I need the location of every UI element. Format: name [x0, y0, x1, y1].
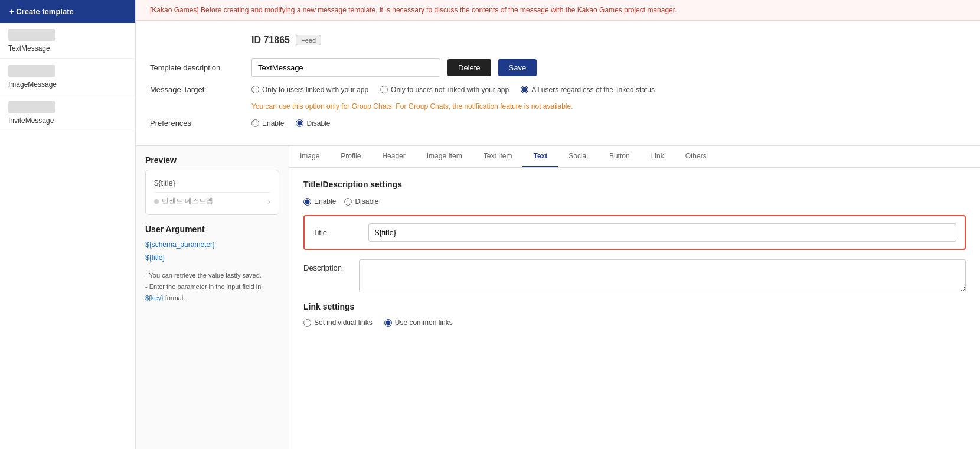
template-description-label: Template description [150, 63, 244, 72]
title-input[interactable] [368, 223, 956, 242]
pref-disable-input[interactable] [296, 119, 303, 127]
template-id-section: ID 71865 Feed [251, 30, 321, 50]
id-row: ID 71865 Feed [150, 30, 966, 50]
right-panel: Image Profile Header Image Item Text Ite… [289, 146, 980, 449]
tab-header[interactable]: Header [371, 146, 416, 167]
preview-section: Preview ${title} 텐센트 데스트맵 › [145, 155, 279, 215]
radio-not-linked-label: Only to users not linked with your app [391, 86, 509, 94]
sidebar-item-label: TextMessage [8, 44, 127, 53]
user-argument-title: User Argument [145, 224, 279, 234]
template-form: ID 71865 Feed Template description Delet… [136, 21, 980, 146]
link-radio-group: Set individual links Use common links [303, 318, 966, 327]
preview-card: ${title} 텐센트 데스트맵 › [145, 170, 279, 215]
create-template-button[interactable]: + Create template [0, 0, 135, 23]
radio-not-linked[interactable]: Only to users not linked with your app [380, 86, 509, 94]
description-label: Description [303, 259, 351, 272]
disable-radio-input[interactable] [344, 198, 352, 206]
pref-disable[interactable]: Disable [296, 119, 330, 128]
pref-disable-label: Disable [306, 119, 330, 128]
sidebar-item-invitemessage[interactable]: InviteMessage [0, 95, 135, 131]
title-field-box: Title [303, 215, 966, 250]
tab-text-item[interactable]: Text Item [473, 146, 523, 167]
notice-banner: [Kakao Games] Before creating and modify… [136, 0, 980, 21]
user-arg-var-1: ${schema_parameter} [145, 239, 279, 252]
common-links-radio[interactable]: Use common links [384, 318, 453, 327]
sidebar-item-imagemessage[interactable]: ImageMessage [0, 59, 135, 95]
user-arg-note-2: - Enter the parameter in the input field… [145, 281, 279, 303]
template-id: ID 71865 [251, 35, 290, 45]
tab-image-item[interactable]: Image Item [416, 146, 473, 167]
user-arg-notes: - You can retrieve the value lastly save… [145, 270, 279, 303]
enable-radio-label: Enable [314, 197, 336, 206]
sidebar-item-image-placeholder [8, 65, 55, 77]
user-argument-section: User Argument ${schema_parameter} ${titl… [145, 224, 279, 303]
preview-footer-label: 텐센트 데스트맵 [162, 196, 213, 206]
enable-disable-row: Enable Disable [303, 197, 966, 206]
save-button[interactable]: Save [498, 59, 537, 76]
main-content: [Kakao Games] Before creating and modify… [136, 0, 980, 449]
disable-radio[interactable]: Disable [344, 197, 378, 206]
enable-radio[interactable]: Enable [303, 197, 336, 206]
tab-link[interactable]: Link [641, 146, 675, 167]
tab-social[interactable]: Social [558, 146, 599, 167]
preview-title: Preview [145, 155, 279, 165]
preview-footer: 텐센트 데스트맵 › [154, 192, 270, 206]
tab-text[interactable]: Text [522, 146, 558, 167]
sidebar-item-image-placeholder [8, 29, 55, 41]
message-target-label: Message Target [150, 85, 244, 94]
left-panel: Preview ${title} 텐센트 데스트맵 › User Argumen… [136, 146, 289, 449]
sidebar-item-label: InviteMessage [8, 116, 127, 125]
sidebar: + Create template TextMessage ImageMessa… [0, 0, 136, 449]
preview-footer-left: 텐센트 데스트맵 [154, 196, 213, 206]
preview-card-title: ${title} [154, 178, 270, 187]
dot-icon [154, 199, 159, 204]
pref-enable-input[interactable] [251, 119, 259, 127]
tab-others[interactable]: Others [675, 146, 717, 167]
pref-enable[interactable]: Enable [251, 119, 284, 128]
individual-links-radio[interactable]: Set individual links [303, 318, 373, 327]
radio-linked-input[interactable] [251, 86, 259, 93]
template-description-input[interactable] [251, 58, 440, 77]
preferences-row: Preferences Enable Disable [150, 119, 966, 128]
preferences-label: Preferences [150, 119, 244, 128]
tab-image[interactable]: Image [289, 146, 330, 167]
chevron-right-icon: › [267, 197, 270, 206]
user-arg-key-format: ${key} [145, 294, 164, 301]
individual-links-label: Set individual links [314, 318, 373, 327]
sidebar-item-label: ImageMessage [8, 80, 127, 89]
radio-all-input[interactable] [521, 86, 528, 93]
enable-radio-input[interactable] [303, 198, 311, 206]
radio-linked-label: Only to users linked with your app [262, 86, 368, 94]
bottom-area: Preview ${title} 텐센트 데스트맵 › User Argumen… [136, 146, 980, 449]
preferences-radio-group: Enable Disable [251, 119, 330, 128]
message-target-section: Message Target Only to users linked with… [150, 85, 966, 110]
individual-links-input[interactable] [303, 319, 311, 327]
notice-text: [Kakao Games] Before creating and modify… [150, 6, 677, 14]
common-links-input[interactable] [384, 319, 392, 327]
message-target-radio-group: Only to users linked with your app Only … [251, 86, 655, 94]
warning-text: You can use this option only for Group C… [251, 102, 573, 110]
section1-title: Title/Description settings [303, 180, 966, 189]
sidebar-item-image-placeholder [8, 101, 55, 113]
link-section-title: Link settings [303, 302, 966, 311]
tab-button[interactable]: Button [599, 146, 641, 167]
common-links-label: Use common links [395, 318, 453, 327]
user-arg-vars: ${schema_parameter} ${title} [145, 239, 279, 264]
description-textarea[interactable] [359, 259, 966, 292]
template-description-row: Template description Delete Save [150, 58, 966, 77]
title-label: Title [313, 228, 360, 237]
user-arg-var-2: ${title} [145, 252, 279, 265]
feed-badge: Feed [296, 35, 321, 45]
delete-button[interactable]: Delete [447, 59, 491, 76]
radio-all-label: All users regardless of the linked statu… [531, 86, 655, 94]
radio-all-users[interactable]: All users regardless of the linked statu… [521, 86, 655, 94]
pref-enable-label: Enable [262, 119, 284, 128]
disable-radio-label: Disable [355, 197, 378, 206]
tab-profile[interactable]: Profile [330, 146, 371, 167]
radio-linked[interactable]: Only to users linked with your app [251, 86, 368, 94]
description-field-row: Description [303, 259, 966, 292]
radio-not-linked-input[interactable] [380, 86, 388, 93]
sidebar-item-textmessage[interactable]: TextMessage [0, 23, 135, 59]
tab-bar: Image Profile Header Image Item Text Ite… [289, 146, 980, 168]
tab-content-area: Title/Description settings Enable Disabl… [289, 168, 980, 449]
